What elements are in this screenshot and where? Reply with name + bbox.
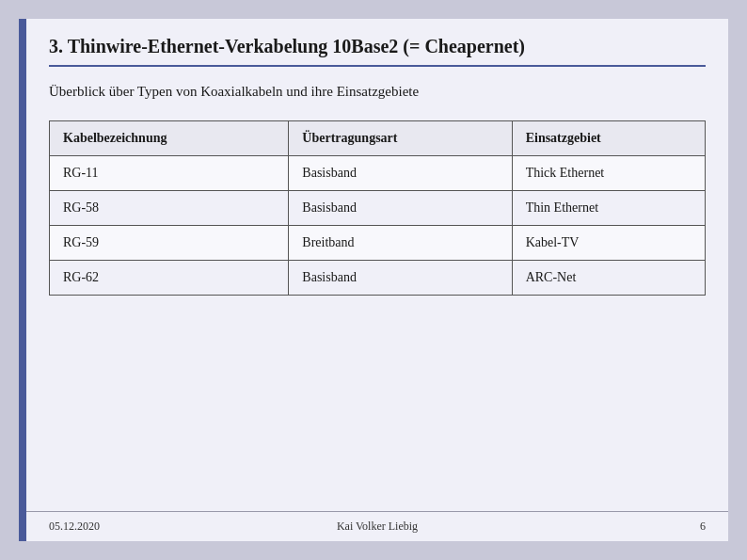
data-table: Kabelbezeichnung Übertragungsart Einsatz…: [49, 120, 706, 296]
table-row: RG-59BreitbandKabel-TV: [50, 226, 706, 261]
table-header-row: Kabelbezeichnung Übertragungsart Einsatz…: [50, 121, 706, 156]
table-row: RG-11BasisbandThick Ethernet: [50, 156, 706, 191]
slide-title: 3. Thinwire-Ethernet-Verkabelung 10Base2…: [49, 36, 706, 67]
table-cell: Basisband: [289, 191, 512, 226]
table-row: RG-58BasisbandThin Ethernet: [50, 191, 706, 226]
footer-page: 6: [486, 520, 706, 534]
table-cell: Basisband: [289, 261, 512, 296]
slide-subtitle: Überblick über Typen von Koaxialkabeln u…: [49, 84, 706, 100]
table-cell: ARC-Net: [512, 261, 705, 296]
table-cell: RG-58: [50, 191, 289, 226]
footer-author: Kai Volker Liebig: [268, 520, 487, 534]
accent-bar: [19, 19, 26, 541]
table-cell: RG-59: [50, 226, 289, 261]
table-cell: Thin Ethernet: [512, 191, 705, 226]
col-header-kabel: Kabelbezeichnung: [50, 121, 289, 156]
table-row: RG-62BasisbandARC-Net: [50, 261, 706, 296]
table-cell: RG-11: [50, 156, 289, 191]
table-cell: Breitband: [289, 226, 512, 261]
col-header-uebertragung: Übertragungsart: [289, 121, 512, 156]
footer-date: 05.12.2020: [49, 520, 268, 534]
table-cell: Basisband: [289, 156, 512, 191]
slide-content: 3. Thinwire-Ethernet-Verkabelung 10Base2…: [26, 19, 728, 511]
table-cell: Thick Ethernet: [512, 156, 705, 191]
slide-footer: 05.12.2020 Kai Volker Liebig 6: [19, 511, 728, 541]
col-header-einsatz: Einsatzgebiet: [512, 121, 705, 156]
table-cell: RG-62: [50, 261, 289, 296]
slide: 3. Thinwire-Ethernet-Verkabelung 10Base2…: [19, 19, 728, 541]
table-cell: Kabel-TV: [512, 226, 705, 261]
